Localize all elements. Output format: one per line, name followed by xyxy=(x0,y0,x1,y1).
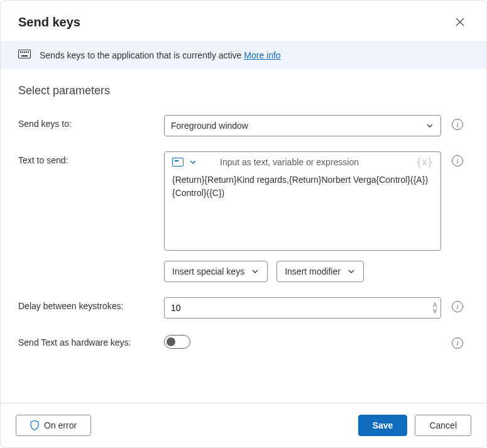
variable-icon[interactable]: {x} xyxy=(416,156,433,168)
spinner-down[interactable]: ᐯ xyxy=(432,309,438,314)
insert-special-keys-button[interactable]: Insert special keys xyxy=(164,261,268,282)
dialog-footer: On error Save Cancel xyxy=(1,403,486,447)
toggle-knob xyxy=(167,337,175,346)
row-delay: Delay between keystrokes: ᐱ ᐯ i xyxy=(18,297,469,319)
info-icon[interactable]: i xyxy=(452,337,463,349)
select-value: Foreground window xyxy=(171,121,248,131)
banner-text: Sends keys to the application that is cu… xyxy=(40,50,281,60)
label-send-keys-to: Send keys to: xyxy=(18,115,159,129)
dialog-content: Select parameters Send keys to: Foregrou… xyxy=(1,69,486,403)
chevron-down-icon xyxy=(425,121,434,130)
more-info-link[interactable]: More info xyxy=(244,50,280,60)
chevron-down-icon xyxy=(251,267,260,276)
svg-rect-6 xyxy=(21,55,28,57)
send-keys-to-select[interactable]: Foreground window xyxy=(164,115,441,136)
insert-buttons-row: Insert special keys Insert modifier xyxy=(164,261,441,282)
delay-spinner[interactable]: ᐱ ᐯ xyxy=(164,297,441,319)
text-icon xyxy=(172,158,183,167)
dialog-title: Send keys xyxy=(18,15,80,30)
hardware-toggle[interactable] xyxy=(164,335,190,349)
chevron-down-icon[interactable] xyxy=(189,158,197,167)
svg-rect-1 xyxy=(20,52,21,53)
row-text-to-send: Text to send: Input as text, variable or… xyxy=(18,151,469,282)
shield-icon xyxy=(30,420,39,430)
svg-rect-5 xyxy=(28,52,29,53)
chevron-down-icon xyxy=(347,267,356,276)
row-hardware: Send Text as hardware keys: i xyxy=(18,334,469,349)
info-icon[interactable]: i xyxy=(452,301,463,312)
close-icon xyxy=(456,18,464,26)
label-delay: Delay between keystrokes: xyxy=(18,297,159,311)
text-to-send-value[interactable]: {Return}{Return}Kind regards,{Return}Nor… xyxy=(172,173,433,200)
insert-modifier-button[interactable]: Insert modifier xyxy=(276,261,364,282)
save-button[interactable]: Save xyxy=(358,415,408,436)
svg-rect-0 xyxy=(19,50,31,58)
section-title: Select parameters xyxy=(18,84,469,97)
dialog-header: Send keys xyxy=(1,1,486,41)
text-to-send-panel[interactable]: Input as text, variable or expression {x… xyxy=(164,151,441,251)
spinner-up[interactable]: ᐱ xyxy=(432,303,438,308)
label-text-to-send: Text to send: xyxy=(18,151,159,165)
on-error-button[interactable]: On error xyxy=(16,415,91,436)
svg-rect-2 xyxy=(22,52,23,53)
delay-input[interactable] xyxy=(171,303,385,313)
svg-rect-3 xyxy=(24,52,25,53)
close-button[interactable] xyxy=(451,13,469,31)
info-banner: Sends keys to the application that is cu… xyxy=(1,41,486,69)
info-icon[interactable]: i xyxy=(452,155,463,167)
label-hardware: Send Text as hardware keys: xyxy=(18,334,159,347)
keyboard-icon xyxy=(18,50,31,60)
cancel-button[interactable]: Cancel xyxy=(415,415,471,436)
send-keys-dialog: Send keys Sends keys to the application … xyxy=(0,0,487,448)
svg-rect-4 xyxy=(26,52,27,53)
input-hint: Input as text, variable or expression xyxy=(220,157,359,167)
row-send-keys-to: Send keys to: Foreground window i xyxy=(18,115,469,136)
info-icon[interactable]: i xyxy=(452,119,463,130)
text-panel-toolbar: Input as text, variable or expression {x… xyxy=(172,157,433,167)
